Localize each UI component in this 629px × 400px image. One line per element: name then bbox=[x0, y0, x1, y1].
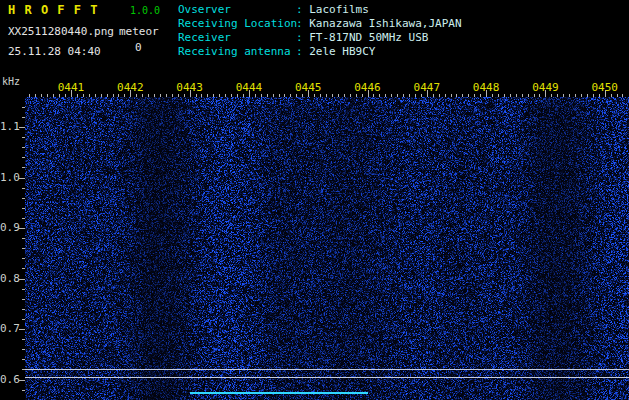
major-tick bbox=[486, 90, 487, 97]
hrofft-window: H R O F F T 1.0.0 XX2511280440.png meteo… bbox=[0, 0, 629, 400]
info-colon: : bbox=[296, 45, 309, 58]
spectrogram-canvas bbox=[25, 97, 629, 400]
major-tick bbox=[190, 90, 191, 97]
major-tick bbox=[427, 90, 428, 97]
datetime-label: 25.11.28 04:40 bbox=[8, 45, 101, 58]
info-label: Receiving antenna bbox=[178, 45, 296, 59]
info-label: Ovserver bbox=[178, 3, 296, 17]
mode-label: meteor bbox=[119, 25, 159, 38]
freq-label: 0.9 bbox=[0, 221, 18, 234]
time-axis-ticks bbox=[25, 90, 629, 97]
output-filename: XX2511280440.png bbox=[8, 25, 114, 38]
info-row: Ovserver: Lacofilms bbox=[178, 3, 462, 17]
freq-label: 0.7 bbox=[0, 322, 18, 335]
info-row: Receiver: FT-817ND 50MHz USB bbox=[178, 31, 462, 45]
app-title: H R O F F T bbox=[8, 3, 98, 17]
freq-label: 1.1 bbox=[0, 120, 18, 133]
freq-unit-label: kHz bbox=[2, 76, 20, 87]
freq-label: 0.6 bbox=[0, 373, 18, 386]
event-count: 0 bbox=[135, 41, 142, 54]
app-version: 1.0.0 bbox=[130, 5, 160, 16]
major-tick bbox=[308, 90, 309, 97]
station-info-block: Ovserver: LacofilmsReceiving Location: K… bbox=[178, 3, 462, 59]
major-tick bbox=[130, 90, 131, 97]
info-label: Receiving Location bbox=[178, 17, 296, 31]
major-tick bbox=[249, 90, 250, 97]
major-tick bbox=[71, 90, 72, 97]
info-value: Kanazawa Ishikawa,JAPAN bbox=[309, 17, 461, 30]
info-value: Lacofilms bbox=[309, 3, 369, 16]
info-colon: : bbox=[296, 31, 309, 44]
major-tick bbox=[545, 90, 546, 97]
info-label: Receiver bbox=[178, 31, 296, 45]
info-colon: : bbox=[296, 3, 309, 16]
freq-label: 0.8 bbox=[0, 272, 18, 285]
info-colon: : bbox=[296, 17, 309, 30]
info-value: FT-817ND 50MHz USB bbox=[309, 31, 428, 44]
freq-label: 1.0 bbox=[0, 171, 18, 184]
info-row: Receiving antenna: 2ele HB9CY bbox=[178, 45, 462, 59]
major-tick bbox=[605, 90, 606, 97]
major-tick bbox=[368, 90, 369, 97]
freq-axis-labels: 1.11.00.90.80.70.6 bbox=[0, 97, 19, 400]
info-row: Receiving Location: Kanazawa Ishikawa,JA… bbox=[178, 17, 462, 31]
info-value: 2ele HB9CY bbox=[309, 45, 375, 58]
